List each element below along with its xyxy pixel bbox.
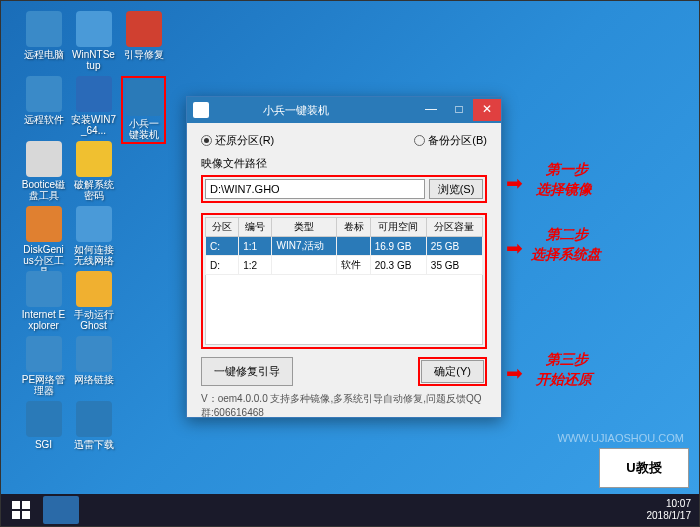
- arrow-icon: ➡: [506, 361, 523, 385]
- desktop-icon[interactable]: DiskGenius分区工具: [21, 206, 66, 277]
- cell: 1:1: [239, 237, 272, 256]
- app-icon: [26, 76, 62, 112]
- desktop-icon[interactable]: WinNTSetup: [71, 11, 116, 71]
- desktop-icon[interactable]: 迅雷下载: [71, 401, 116, 450]
- close-button[interactable]: ✕: [473, 99, 501, 121]
- status-text: V：oem4.0.0.0 支持多种镜像,多系统引导自动修复,问题反馈QQ群:60…: [201, 392, 487, 420]
- app-icon: [76, 206, 112, 242]
- column-header[interactable]: 编号: [239, 218, 272, 237]
- restore-label: 还原分区(R): [215, 133, 274, 148]
- app-icon: [26, 336, 62, 372]
- clock-date: 2018/1/17: [647, 510, 692, 522]
- watermark-url: WWW.UJIAOSHOU.COM: [558, 432, 685, 444]
- titlebar[interactable]: 小兵一键装机 — □ ✕: [187, 97, 501, 123]
- watermark-logo: U教授: [599, 448, 689, 488]
- icon-label: 破解系统密码: [71, 179, 116, 201]
- table-row[interactable]: C:1:1WIN7,活动16.9 GB25 GB: [206, 237, 483, 256]
- cell: [337, 237, 370, 256]
- restore-partition-radio[interactable]: 还原分区(R): [201, 133, 274, 148]
- icon-label: SGI: [21, 439, 66, 450]
- installer-dialog: 小兵一键装机 — □ ✕ 还原分区(R) 备份分区(B) 映像文件路径 浏览(S…: [186, 96, 502, 418]
- icon-label: PE网络管理器: [21, 374, 66, 396]
- app-icon: [76, 336, 112, 372]
- desktop-icon[interactable]: 远程电脑: [21, 11, 66, 60]
- browse-button[interactable]: 浏览(S): [429, 179, 483, 199]
- desktop-icon[interactable]: 远程软件: [21, 76, 66, 125]
- image-path-row: 浏览(S): [201, 175, 487, 203]
- desktop-icon[interactable]: PE网络管理器: [21, 336, 66, 396]
- svg-rect-1: [22, 501, 30, 509]
- maximize-button[interactable]: □: [445, 99, 473, 121]
- ok-button[interactable]: 确定(Y): [421, 360, 484, 383]
- start-button[interactable]: [1, 494, 41, 526]
- app-icon: [76, 141, 112, 177]
- svg-rect-2: [12, 511, 20, 519]
- desktop-icon[interactable]: Internet Explorer: [21, 271, 66, 331]
- app-icon: [193, 102, 209, 118]
- image-path-label: 映像文件路径: [201, 156, 487, 171]
- cell: C:: [206, 237, 239, 256]
- radio-icon: [201, 135, 212, 146]
- desktop-icon[interactable]: 安装WIN7_64...: [71, 76, 116, 136]
- cell: 16.9 GB: [370, 237, 426, 256]
- icon-label: 引导修复: [121, 49, 166, 60]
- taskbar: 10:07 2018/1/17: [1, 494, 699, 526]
- desktop-icon[interactable]: 网络链接: [71, 336, 116, 385]
- desktop-icon[interactable]: 如何连接无线网络: [71, 206, 116, 266]
- icon-label: 网络链接: [71, 374, 116, 385]
- app-icon: [126, 11, 162, 47]
- image-path-input[interactable]: [205, 179, 425, 199]
- app-icon: [26, 141, 62, 177]
- desktop-icon[interactable]: 引导修复: [121, 11, 166, 60]
- icon-label: 手动运行Ghost: [71, 309, 116, 331]
- backup-partition-radio[interactable]: 备份分区(B): [414, 133, 487, 148]
- arrow-icon: ➡: [506, 171, 523, 195]
- step2-desc: 选择系统盘: [531, 246, 601, 264]
- cell: 软件: [337, 256, 370, 275]
- column-header[interactable]: 分区容量: [426, 218, 482, 237]
- icon-label: 远程电脑: [21, 49, 66, 60]
- minimize-button[interactable]: —: [417, 99, 445, 121]
- app-icon: [76, 76, 112, 112]
- cell: 25 GB: [426, 237, 482, 256]
- cell: [272, 256, 337, 275]
- column-header[interactable]: 分区: [206, 218, 239, 237]
- app-icon: [76, 11, 112, 47]
- app-icon: [76, 401, 112, 437]
- desktop-icon[interactable]: 破解系统密码: [71, 141, 116, 201]
- icon-label: Internet Explorer: [21, 309, 66, 331]
- partition-table-wrap: 分区编号类型卷标可用空间分区容量 C:1:1WIN7,活动16.9 GB25 G…: [201, 213, 487, 349]
- icon-label: 小兵一键装机: [125, 118, 162, 140]
- desktop-icon[interactable]: 小兵一键装机: [121, 76, 166, 144]
- watermark-logo-text: U教授: [626, 459, 661, 477]
- step3-title: 第三步: [546, 351, 588, 369]
- cell: 20.3 GB: [370, 256, 426, 275]
- icon-label: 如何连接无线网络: [71, 244, 116, 266]
- taskbar-app[interactable]: [43, 496, 79, 524]
- svg-rect-3: [22, 511, 30, 519]
- desktop-icon[interactable]: Bootice磁盘工具: [21, 141, 66, 201]
- app-icon: [26, 271, 62, 307]
- windows-icon: [12, 501, 30, 519]
- icon-label: WinNTSetup: [71, 49, 116, 71]
- cell: 1:2: [239, 256, 272, 275]
- app-icon: [26, 206, 62, 242]
- repair-boot-button[interactable]: 一键修复引导: [201, 357, 293, 386]
- system-tray[interactable]: 10:07 2018/1/17: [647, 498, 700, 522]
- table-row[interactable]: D:1:2软件20.3 GB35 GB: [206, 256, 483, 275]
- step1-desc: 选择镜像: [536, 181, 592, 199]
- step2-title: 第二步: [546, 226, 588, 244]
- column-header[interactable]: 卷标: [337, 218, 370, 237]
- column-header[interactable]: 类型: [272, 218, 337, 237]
- partition-table[interactable]: 分区编号类型卷标可用空间分区容量 C:1:1WIN7,活动16.9 GB25 G…: [205, 217, 483, 275]
- desktop-icon[interactable]: SGI: [21, 401, 66, 450]
- backup-label: 备份分区(B): [428, 133, 487, 148]
- svg-rect-0: [12, 501, 20, 509]
- icon-label: 远程软件: [21, 114, 66, 125]
- radio-icon: [414, 135, 425, 146]
- column-header[interactable]: 可用空间: [370, 218, 426, 237]
- clock-time: 10:07: [647, 498, 692, 510]
- app-icon: [26, 401, 62, 437]
- table-empty-area: [205, 275, 483, 345]
- desktop-icon[interactable]: 手动运行Ghost: [71, 271, 116, 331]
